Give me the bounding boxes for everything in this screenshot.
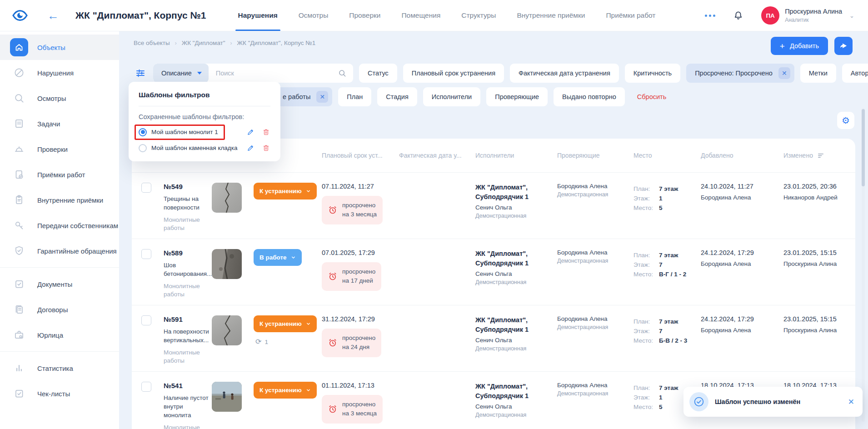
sidebar-item[interactable]: Гарантийные обращения [0,238,119,264]
reset-filters-link[interactable]: Сбросить [637,93,666,100]
table-settings-gear-icon[interactable]: ⚙ [837,112,854,129]
row-executors-cell: ЖК "Дипломат",Субподрядчик 1Сенич ОльгаД… [475,382,557,418]
status-dropdown-button[interactable]: В работе [254,249,302,266]
violation-id[interactable]: №541 [157,382,212,389]
sidebar-item[interactable]: Нарушения [0,60,119,85]
sidebar-item-label: Передачи собственникам [37,222,118,229]
filter-chip[interactable]: Автор [842,64,868,83]
row-executors-cell: ЖК "Дипломат",Субподрядчик 1Сенич ОльгаД… [475,315,557,352]
scrollbar-thumb[interactable] [862,109,865,186]
delete-trash-icon[interactable] [262,144,270,152]
sidebar-item-label: Гарантийные обращения [37,247,117,255]
filter-chip[interactable]: Проверяющие [486,87,548,106]
toast-close-icon[interactable]: ✕ [848,397,854,407]
filter-chip[interactable]: Метки [800,64,836,83]
sidebar-item[interactable]: Юрлица [0,322,119,348]
edit-pencil-icon[interactable] [246,144,255,152]
breadcrumb-item[interactable]: ЖК "Дипломат" [182,40,225,46]
violation-id[interactable]: №591 [157,315,212,323]
filter-template-item: Мой шаблон монолит 1 [139,128,270,136]
chip-remove-icon[interactable]: ✕ [778,67,790,79]
filter-chip[interactable]: Стадия [377,87,417,106]
sidebar-item[interactable]: Документы [0,271,119,297]
filter-chip[interactable]: Статус [359,64,397,83]
sidebar-item[interactable]: Внутренние приёмки [0,187,119,213]
reviewer-person: Бородкина Алена [557,183,634,190]
row-executors-cell: ЖК "Дипломат",Субподрядчик 1Сенич ОльгаД… [475,249,557,285]
breadcrumb-item[interactable]: Все объекты [134,40,170,46]
filter-template-label[interactable]: Мой шаблон монолит 1 [151,129,218,135]
edit-pencil-icon[interactable] [246,128,255,136]
sidebar-item[interactable]: Проверки [0,136,119,162]
filter-chip[interactable]: Критичность [625,64,680,83]
sidebar-item[interactable]: Осмотры [0,85,119,111]
add-button[interactable]: + Добавить [771,37,828,55]
filter-chip[interactable]: План [338,87,371,106]
sidebar-item[interactable]: Чек-листы [0,381,119,406]
plus-icon: + [780,42,785,50]
row-checkbox[interactable] [141,315,151,325]
share-button[interactable] [834,37,853,55]
nav-tab[interactable]: Внутренние приёмки [517,0,585,31]
app-logo-icon[interactable] [11,6,29,25]
more-menu-icon[interactable] [705,15,715,17]
search-field-select[interactable]: Описание [153,64,209,83]
status-dropdown-button[interactable]: К устранению [254,315,317,332]
sidebar-item[interactable]: Договоры [0,297,119,322]
nav-tabs: НарушенияОсмотрыПроверкиПомещенияСтрукту… [238,0,656,31]
violation-photo-thumbnail[interactable] [212,382,242,412]
row-reviewers-cell: Бородкина АленаДемонстрационная [557,183,634,198]
violation-id[interactable]: №589 [157,249,212,257]
place-row: Этаж:7 [634,261,701,268]
user-menu[interactable]: ПА Проскурина Алина Аналитик ⌄ [761,6,854,25]
delete-trash-icon[interactable] [262,128,270,136]
chip-remove-icon[interactable]: ✕ [316,91,328,103]
briefcase-icon [10,326,28,344]
radio-button[interactable] [139,144,147,152]
row-checkbox[interactable] [141,183,151,193]
row-checkbox[interactable] [141,382,151,392]
nav-tab[interactable]: Помещения [401,0,440,31]
added-date: 24.12.2024, 17:29 [701,315,783,323]
violation-photo-thumbnail[interactable] [212,249,242,279]
radio-button[interactable] [139,128,147,136]
scrollbar-track[interactable] [862,108,865,422]
filter-chip[interactable]: Просрочено: Просрочено✕ [686,64,794,83]
nav-tab[interactable]: Приёмки работ [606,0,655,31]
filter-chip[interactable]: Исполнители [423,87,480,106]
search-input[interactable] [209,70,338,77]
filter-chip[interactable]: Плановый срок устранения [403,64,504,83]
overdue-text: просроченона 3 месяца [342,201,377,219]
filter-chip[interactable]: Фактическая дата устранения [510,64,619,83]
place-label: Этаж: [634,328,655,334]
violation-photo-thumbnail[interactable] [212,315,242,345]
status-dropdown-button[interactable]: К устранению [254,382,317,399]
status-dropdown-button[interactable]: К устранению [254,183,317,200]
violation-id[interactable]: №549 [157,183,212,190]
nav-tab[interactable]: Нарушения [238,0,278,31]
row-checkbox[interactable] [141,249,151,259]
clipboard-check-icon [10,165,28,184]
notifications-bell-icon[interactable] [733,10,744,21]
nav-tab[interactable]: Структуры [461,0,496,31]
nav-tab[interactable]: Проверки [349,0,380,31]
violation-photo-thumbnail[interactable] [212,183,242,213]
table-column-label: Добавлено [701,152,733,159]
home-icon [10,38,28,56]
place-value: 7 [659,328,663,334]
place-value: 7 этаж [659,318,678,325]
sidebar-item[interactable]: Передачи собственникам [0,213,119,238]
nav-tab[interactable]: Осмотры [299,0,329,31]
place-row: План:7 этаж [634,185,701,192]
back-arrow-icon[interactable]: ← [47,10,59,21]
sidebar-item[interactable]: Объекты [0,35,119,60]
place-value: 1 [659,394,663,401]
sidebar-item[interactable]: Задачи [0,111,119,136]
breadcrumb-item[interactable]: ЖК "Дипломат", Корпус №1 [237,40,316,46]
filter-chip[interactable]: Выдано повторно [554,87,625,106]
sort-icon[interactable] [817,152,825,160]
sidebar-item[interactable]: Статистика [0,355,119,381]
filter-template-label[interactable]: Мой шаблон каменная кладка [151,145,237,151]
filter-sliders-icon[interactable] [134,65,147,81]
sidebar-item[interactable]: Приёмки работ [0,162,119,187]
